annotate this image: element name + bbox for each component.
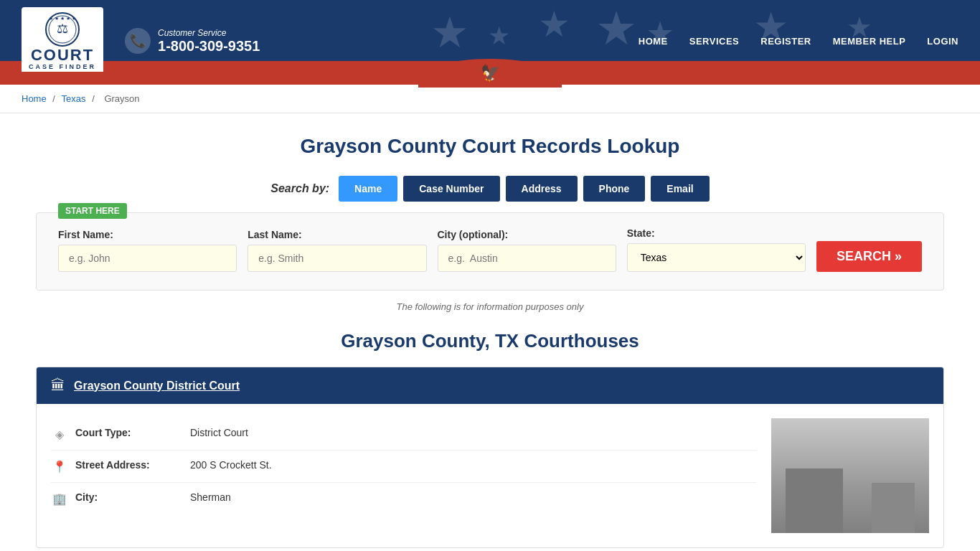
logo-emblem: ⚖ ★ ★ ★ ★ ★ — [44, 11, 80, 47]
state-select[interactable]: Texas — [627, 243, 806, 272]
logo-subtext: CASE FINDER — [29, 63, 96, 70]
last-name-input[interactable] — [248, 245, 426, 272]
nav-login[interactable]: LOGIN — [927, 36, 958, 47]
main-content: Grayson County Court Records Lookup Sear… — [0, 113, 980, 551]
city-row: 🏢 City: Sherman — [51, 483, 757, 514]
tab-case-number[interactable]: Case Number — [403, 176, 499, 202]
street-address-label: Street Address: — [75, 459, 183, 471]
nav-services[interactable]: SERVICES — [689, 36, 740, 47]
search-form-area: START HERE First Name: Last Name: City (… — [36, 212, 944, 291]
search-by-label: Search by: — [270, 182, 329, 195]
court-type-icon: ◈ — [51, 428, 68, 441]
state-group: State: Texas — [627, 227, 806, 272]
svg-text:★ ★ ★ ★ ★: ★ ★ ★ ★ ★ — [49, 16, 76, 21]
court-details: ◈ Court Type: District Court 📍 Street Ad… — [51, 418, 757, 533]
courthouses-title: Grayson County, TX Courthouses — [36, 330, 944, 352]
breadcrumb-sep-2: / — [92, 93, 97, 104]
first-name-input[interactable] — [58, 245, 237, 272]
search-button[interactable]: SEARCH » — [816, 241, 922, 272]
breadcrumb-sep-1: / — [52, 93, 57, 104]
city-group: City (optional): — [438, 229, 616, 272]
nav-register[interactable]: REGISTER — [760, 36, 811, 47]
street-address-value: 200 S Crockett St. — [190, 459, 272, 471]
search-by-row: Search by: Name Case Number Address Phon… — [36, 176, 944, 202]
tab-address[interactable]: Address — [506, 176, 578, 202]
red-wave-banner: 🦅 ★★★ ★★★ — [0, 72, 980, 85]
page-title: Grayson County Court Records Lookup — [36, 135, 944, 158]
breadcrumb-home[interactable]: Home — [22, 93, 47, 104]
last-name-group: Last Name: — [248, 229, 426, 272]
city-detail-value: Sherman — [190, 491, 231, 503]
street-address-row: 📍 Street Address: 200 S Crockett St. — [51, 451, 757, 483]
tab-email[interactable]: Email — [651, 176, 709, 202]
site-logo[interactable]: ⚖ ★ ★ ★ ★ ★ COURT CASE FINDER — [22, 7, 103, 72]
nav-home[interactable]: HOME — [639, 36, 668, 47]
court-card: 🏛 Grayson County District Court ◈ Court … — [36, 367, 944, 548]
last-name-label: Last Name: — [248, 229, 426, 240]
court-card-header: 🏛 Grayson County District Court — [37, 367, 943, 404]
court-type-row: ◈ Court Type: District Court — [51, 418, 757, 451]
state-label: State: — [627, 227, 806, 239]
city-icon: 🏢 — [51, 492, 68, 506]
info-note: The following is for information purpose… — [36, 301, 944, 312]
court-header-icon: 🏛 — [51, 377, 65, 394]
main-nav: HOME SERVICES REGISTER MEMBER HELP LOGIN — [639, 36, 958, 47]
tab-name[interactable]: Name — [339, 176, 397, 202]
svg-text:⚖: ⚖ — [57, 22, 68, 36]
eagle-icon: 🦅 — [481, 64, 500, 83]
address-icon: 📍 — [51, 460, 68, 474]
phone-area: 📞 Customer Service 1-800-309-9351 — [125, 28, 260, 55]
first-name-group: First Name: — [58, 229, 237, 272]
city-label: City (optional): — [438, 229, 616, 240]
tab-phone[interactable]: Phone — [583, 176, 646, 202]
city-input[interactable] — [438, 245, 616, 272]
form-row: First Name: Last Name: City (optional): … — [58, 227, 922, 272]
start-here-badge: START HERE — [58, 203, 127, 219]
breadcrumb: Home / Texas / Grayson — [0, 85, 980, 113]
court-type-value: District Court — [190, 427, 248, 438]
phone-label: Customer Service — [158, 28, 260, 38]
breadcrumb-state[interactable]: Texas — [62, 93, 86, 104]
city-detail-label: City: — [75, 491, 183, 503]
breadcrumb-county: Grayson — [104, 93, 139, 104]
phone-info: Customer Service 1-800-309-9351 — [158, 28, 260, 55]
court-image — [771, 418, 929, 533]
building-image — [771, 418, 929, 533]
nav-member-help[interactable]: MEMBER HELP — [833, 36, 906, 47]
first-name-label: First Name: — [58, 229, 237, 240]
court-card-body: ◈ Court Type: District Court 📍 Street Ad… — [37, 404, 943, 547]
logo-text: COURT — [31, 47, 94, 63]
court-name-link[interactable]: Grayson County District Court — [74, 380, 240, 392]
phone-number: 1-800-309-9351 — [158, 38, 260, 55]
phone-icon: 📞 — [125, 28, 151, 54]
court-type-label: Court Type: — [75, 427, 183, 438]
logo-box: ⚖ ★ ★ ★ ★ ★ COURT CASE FINDER — [22, 7, 103, 72]
